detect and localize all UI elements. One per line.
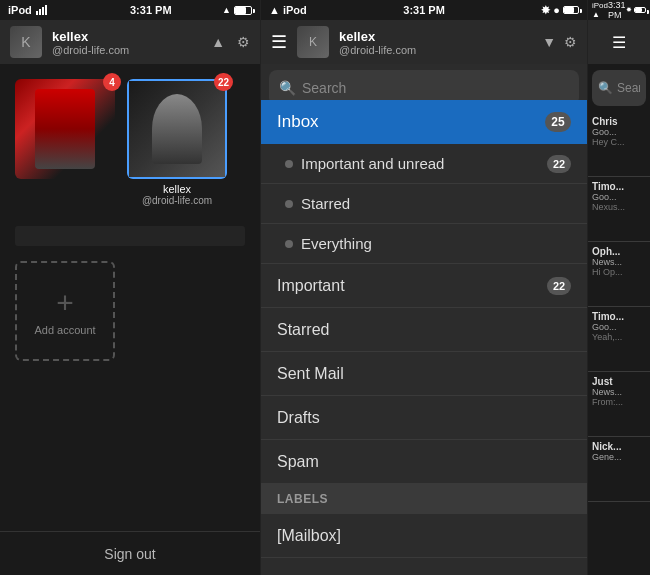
dropdown-drafts[interactable]: Drafts [261,396,587,440]
mid-gear-icon[interactable]: ⚙ [564,34,577,50]
mid-search-placeholder: Search [302,80,346,96]
account-2[interactable]: 22 kellex @droid-life.com [127,79,227,206]
left-status-carrier: iPod [8,4,47,16]
left-time: 3:31 PM [130,4,172,16]
dropdown-overlay: Inbox 25 Important and unread 22 Starred… [261,100,587,575]
right-email-subject-1: Goo... [592,192,646,202]
right-panel: iPod ▲ 3:31 PM ✸ ☰ 🔍 Sear Chris Goo... H… [588,0,650,575]
left-header-name: kellex [52,29,201,44]
right-email-subject-4: News... [592,387,646,397]
right-battery-icon [634,7,646,13]
account-email-2: @droid-life.com [142,195,212,206]
gear-icon[interactable]: ⚙ [237,34,250,50]
right-email-item-3[interactable]: Timo... Goo... Yeah,... [588,307,650,372]
hamburger-button[interactable]: ☰ [271,31,287,53]
right-time: 3:31 PM [608,0,626,20]
right-email-preview-2: Hi Op... [592,267,646,277]
mid-header-name: kellex [339,29,532,44]
right-email-subject-2: News... [592,257,646,267]
right-email-item-2[interactable]: Oph... News... Hi Op... [588,242,650,307]
mid-chevron-down-icon[interactable]: ▼ [542,34,556,50]
right-email-sender-0: Chris [592,116,646,127]
dropdown-important[interactable]: Important 22 [261,264,587,308]
mid-avatar: K [297,26,329,58]
account-avatar-2[interactable]: 22 [127,79,227,179]
right-hamburger-button[interactable]: ☰ [612,33,626,52]
right-email-item-1[interactable]: Timo... Goo... Nexus... [588,177,650,242]
right-email-item-0[interactable]: Chris Goo... Hey C... [588,112,650,177]
sign-out-label: Sign out [104,546,155,562]
dropdown-important-label: Important [277,277,345,295]
wifi-icon: ▲ [222,5,231,15]
dropdown-sub-starred[interactable]: Starred [261,184,587,224]
dropdown-inbox-label: Inbox [277,112,319,132]
add-account-button[interactable]: + Add account [15,261,115,361]
left-header-email: @droid-life.com [52,44,201,56]
dropdown-sub-count: 22 [547,155,571,173]
middle-panel: ▲ iPod 3:31 PM ✸ ● ☰ K kellex @droid-lif… [260,0,588,575]
dropdown-inbox-row[interactable]: Inbox 25 [261,100,587,144]
right-status-bar: iPod ▲ 3:31 PM ✸ [588,0,650,20]
mid-header-icons: ▼ ⚙ [542,34,577,50]
dropdown-sub-everything-label: Everything [301,235,372,252]
right-email-preview-1: Nexus... [592,202,646,212]
right-email-item-5[interactable]: Nick... Gene... [588,437,650,502]
add-account-area: + Add account [0,251,260,371]
account-1[interactable]: 4 [15,79,115,179]
battery-icon [234,6,252,15]
right-email-preview-0: Hey C... [592,137,646,147]
avatar-graphic-2 [152,94,202,164]
mid-bluetooth-icon: ✸ [541,4,550,17]
right-search[interactable]: 🔍 Sear [592,70,646,106]
right-email-preview-4: From:... [592,397,646,407]
dropdown-inbox-count: 25 [545,112,571,132]
left-ipod-label: iPod [8,4,32,16]
dropdown-starred[interactable]: Starred [261,308,587,352]
add-icon: + [56,286,74,320]
mid-time: 3:31 PM [403,4,445,16]
left-avatar: K [10,26,42,58]
dropdown-bullet-icon-2 [285,200,293,208]
dropdown-sub-starred-label: Starred [301,195,350,212]
avatar-bg-1 [15,79,115,179]
dropdown-sent-mail[interactable]: Sent Mail [261,352,587,396]
mid-wifi-icon: ● [553,4,560,16]
dropdown-labels-header: Labels [261,484,587,514]
mid-search-icon: 🔍 [279,80,296,96]
right-email-list: Chris Goo... Hey C... Timo... Goo... Nex… [588,112,650,575]
add-account-label: Add account [34,324,95,336]
right-status-icons: ✸ [626,6,646,14]
right-email-sender-2: Oph... [592,246,646,257]
dropdown-bullet-icon-3 [285,240,293,248]
blurred-account-bar [15,226,245,246]
avatar-graphic-1 [35,89,95,169]
signal-icon [36,5,47,15]
right-email-subject-5: Gene... [592,452,646,462]
account-avatar-1[interactable]: 4 [15,79,115,179]
dropdown-important-count: 22 [547,277,571,295]
dropdown-sub-everything[interactable]: Everything [261,224,587,264]
dropdown-sent-mail-label: Sent Mail [277,365,344,383]
left-panel: iPod 3:31 PM ▲ K kellex @droid-life.com … [0,0,260,575]
left-header: K kellex @droid-life.com ▲ ⚙ [0,20,260,64]
mid-header: ☰ K kellex @droid-life.com ▼ ⚙ [261,20,587,64]
sign-out-button[interactable]: Sign out [0,531,260,575]
account-name-2: kellex [163,183,191,195]
dropdown-mailbox-label: [Mailbox] [277,527,341,545]
right-search-icon: 🔍 [598,81,613,95]
right-email-subject-3: Goo... [592,322,646,332]
chevron-up-icon[interactable]: ▲ [211,34,225,50]
right-search-text: Sear [617,81,640,95]
dropdown-sub-important-unread[interactable]: Important and unread 22 [261,144,587,184]
dropdown-mailbox[interactable]: [Mailbox] [261,514,587,558]
avatar-bg-2 [127,79,227,179]
dropdown-spam-label: Spam [277,453,319,471]
dropdown-bullet-icon [285,160,293,168]
right-carrier: iPod ▲ [592,1,608,19]
dropdown-spam[interactable]: Spam [261,440,587,484]
accounts-area: 4 22 kellex @droid-life.com [0,64,260,221]
right-email-item-4[interactable]: Just News... From:... [588,372,650,437]
mid-header-info: kellex @droid-life.com [339,29,532,56]
right-email-sender-4: Just [592,376,646,387]
right-bt-icon: ✸ [626,6,632,14]
